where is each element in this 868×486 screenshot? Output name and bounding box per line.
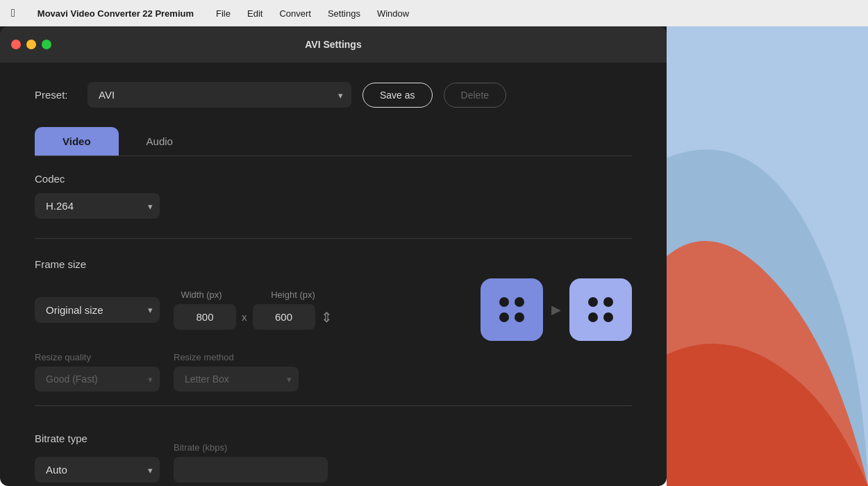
preset-label: Preset: — [35, 89, 76, 101]
codec-label: Codec — [35, 173, 632, 185]
dot-4 — [515, 312, 524, 322]
menu-bar:  Movavi Video Converter 22 Premium File… — [0, 0, 868, 26]
height-input[interactable] — [253, 304, 315, 330]
width-input[interactable] — [174, 304, 236, 330]
divider-1 — [35, 238, 632, 239]
preview-box-after — [569, 278, 632, 341]
tab-video[interactable]: Video — [35, 127, 119, 156]
preview-boxes: ▶ — [481, 278, 632, 341]
tab-audio[interactable]: Audio — [119, 127, 201, 156]
bitrate-type-select[interactable]: Auto CBR VBR — [35, 457, 160, 483]
frame-size-select-wrapper: Original size Custom 1920x1080 1280x720 … — [35, 297, 160, 323]
frame-size-label: Frame size — [35, 258, 632, 270]
dimension-group: Width (px) Height (px) x ⇕ — [174, 290, 333, 330]
dot-8 — [603, 312, 613, 322]
dot-7 — [588, 312, 598, 322]
resize-quality-select[interactable]: Good (Fast) Better Best (Slow) — [35, 367, 160, 392]
resize-quality-group: Resize quality Good (Fast) Better Best (… — [35, 352, 160, 392]
dimension-labels: Width (px) Height (px) — [174, 290, 333, 300]
dice-dots-after — [578, 287, 623, 332]
preset-select[interactable]: AVI MP4 MKV MOV WMV — [87, 82, 351, 108]
dot-1 — [499, 297, 509, 307]
link-dimensions-icon[interactable]: ⇕ — [321, 309, 333, 326]
dot-2 — [515, 297, 524, 307]
resize-quality-select-wrapper: Good (Fast) Better Best (Slow) ▾ — [35, 367, 160, 392]
width-label: Width (px) — [174, 290, 229, 300]
app-name: Movavi Video Converter 22 Premium — [37, 8, 194, 19]
dialog-title: AVI Settings — [305, 39, 361, 50]
save-as-button[interactable]: Save as — [362, 83, 433, 108]
close-button[interactable] — [11, 40, 21, 49]
main-layout: AVI Settings Preset: AVI MP4 MKV MOV WMV… — [0, 26, 868, 486]
dim-x-spacer — [240, 290, 254, 300]
preset-select-wrapper: AVI MP4 MKV MOV WMV ▾ — [87, 82, 351, 108]
preview-arrow-icon: ▶ — [551, 302, 561, 317]
traffic-lights — [11, 40, 51, 49]
dialog-content: Preset: AVI MP4 MKV MOV WMV ▾ Save as De… — [0, 62, 667, 486]
dim-inputs: x ⇕ — [174, 304, 333, 330]
delete-button[interactable]: Delete — [444, 83, 506, 108]
dialog-window: AVI Settings Preset: AVI MP4 MKV MOV WMV… — [0, 26, 667, 486]
preview-box-before — [481, 278, 543, 341]
resize-method-select-wrapper: Letter Box Stretch Crop ▾ — [174, 367, 299, 392]
menu-settings[interactable]: Settings — [328, 8, 360, 19]
background-decoration — [667, 26, 868, 486]
menu-window[interactable]: Window — [377, 8, 409, 19]
bitrate-row: Bitrate type Auto CBR VBR ▾ Bitrate (kbp… — [35, 433, 632, 483]
frame-size-row: Original size Custom 1920x1080 1280x720 … — [35, 278, 632, 341]
dice-dots-before — [490, 287, 534, 332]
height-label: Height (px) — [265, 290, 321, 300]
resize-method-select[interactable]: Letter Box Stretch Crop — [174, 367, 299, 392]
apple-logo:  — [11, 7, 15, 19]
menu-convert[interactable]: Convert — [279, 8, 311, 19]
resize-method-label: Resize method — [174, 352, 299, 362]
codec-section: Codec H.264 H.265 MPEG-4 Xvid ▾ — [35, 173, 632, 219]
bitrate-section: Bitrate type Auto CBR VBR ▾ Bitrate (kbp… — [35, 426, 632, 483]
bitrate-value-group: Bitrate (kbps) — [174, 442, 328, 483]
codec-select-wrapper: H.264 H.265 MPEG-4 Xvid ▾ — [35, 193, 160, 219]
divider-2 — [35, 405, 632, 406]
resize-quality-label: Resize quality — [35, 352, 160, 362]
dot-3 — [499, 312, 509, 322]
codec-select[interactable]: H.264 H.265 MPEG-4 Xvid — [35, 193, 160, 219]
bitrate-type-group: Bitrate type Auto CBR VBR ▾ — [35, 433, 160, 483]
dot-6 — [603, 297, 613, 307]
dim-x-label: x — [242, 311, 247, 323]
resize-row: Resize quality Good (Fast) Better Best (… — [35, 352, 632, 392]
preset-row: Preset: AVI MP4 MKV MOV WMV ▾ Save as De… — [35, 82, 632, 108]
minimize-button[interactable] — [26, 40, 36, 49]
dot-5 — [588, 297, 598, 307]
menu-edit[interactable]: Edit — [247, 8, 262, 19]
resize-method-group: Resize method Letter Box Stretch Crop ▾ — [174, 352, 299, 392]
bitrate-value-label: Bitrate (kbps) — [174, 442, 328, 453]
title-bar: AVI Settings — [0, 26, 667, 62]
menu-file[interactable]: File — [216, 8, 231, 19]
bitrate-input[interactable] — [174, 457, 328, 483]
background-area — [667, 26, 868, 486]
maximize-button[interactable] — [42, 40, 51, 49]
bitrate-type-select-wrapper: Auto CBR VBR ▾ — [35, 457, 160, 483]
frame-size-select[interactable]: Original size Custom 1920x1080 1280x720 … — [35, 297, 160, 323]
bitrate-type-label: Bitrate type — [35, 433, 160, 444]
frame-size-section: Frame size Original size Custom 1920x108… — [35, 258, 632, 392]
tabs-row: Video Audio — [35, 127, 632, 156]
